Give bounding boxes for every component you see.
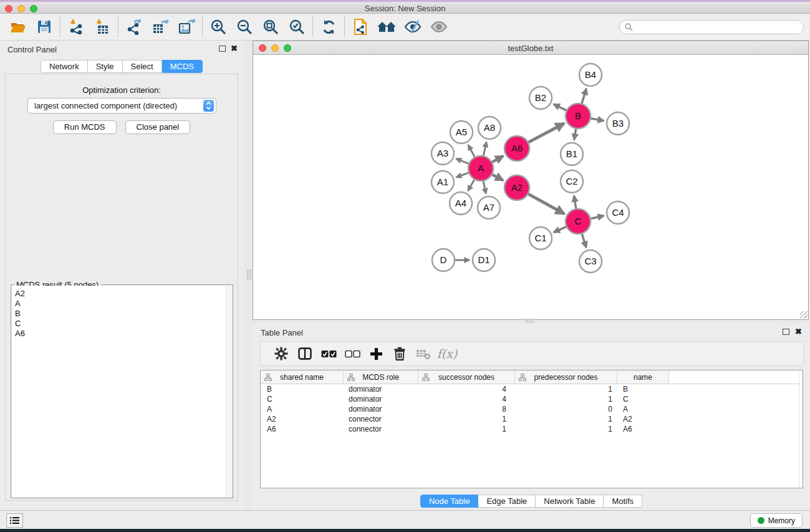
edge-B-B1[interactable] [574, 129, 576, 140]
table-cell[interactable]: A2 [261, 415, 344, 423]
edge-A-A7[interactable] [483, 181, 486, 194]
node-A5[interactable]: A5 [450, 121, 473, 143]
column-header-mcds-role[interactable]: MCDS role [344, 370, 418, 384]
tab-network-table[interactable]: Network Table [536, 495, 604, 508]
node-C3[interactable]: C3 [579, 250, 602, 273]
tab-node-table[interactable]: Node Table [420, 495, 479, 508]
mcds-result-item[interactable]: A [12, 299, 232, 309]
export-image-button[interactable] [173, 15, 200, 39]
export-network-button[interactable] [121, 15, 147, 39]
table-cell[interactable]: B [617, 385, 669, 394]
node-C1[interactable]: C1 [529, 227, 552, 249]
edge-C-C3[interactable] [582, 234, 586, 248]
table-cell[interactable]: A6 [261, 425, 344, 433]
node-A7[interactable]: A7 [478, 196, 500, 219]
table-cell[interactable]: dominator [344, 395, 418, 404]
show-graphics-details-button[interactable] [426, 15, 452, 39]
float-table-panel-icon[interactable] [783, 329, 789, 335]
import-table-button[interactable] [89, 15, 115, 39]
network-graph[interactable]: B4B2BB3A5A8A6B1A3AA1C2A2A4A7C4CC1DD1C3 [253, 55, 808, 319]
zoom-in-button[interactable] [205, 15, 231, 39]
table-cell[interactable]: connector [344, 415, 418, 423]
node-C4[interactable]: C4 [607, 201, 629, 224]
node-A1[interactable]: A1 [432, 171, 454, 193]
task-history-button[interactable] [6, 513, 23, 528]
table-cell[interactable]: 8 [418, 405, 515, 414]
new-network-view-button[interactable] [347, 15, 374, 39]
table-cell[interactable]: connector [344, 425, 418, 433]
tab-edge-table[interactable]: Edge Table [478, 495, 536, 508]
save-session-button[interactable] [31, 15, 57, 39]
table-cell[interactable]: 1 [418, 415, 515, 423]
node-A8[interactable]: A8 [478, 117, 501, 139]
column-header-predecessor-nodes[interactable]: predecessor nodes [515, 370, 617, 384]
table-cell[interactable]: C [261, 395, 344, 404]
edge-A-A8[interactable] [483, 142, 486, 155]
table-cell[interactable]: B [261, 385, 344, 394]
criterion-dropdown[interactable]: largest connected component (directed) [27, 98, 216, 114]
mcds-result-item[interactable]: A2 [12, 289, 232, 299]
edge-A-A3[interactable] [456, 158, 468, 163]
hide-graphics-details-button[interactable] [400, 15, 426, 39]
float-panel-icon[interactable] [219, 46, 226, 52]
edge-C-C2[interactable] [574, 196, 576, 209]
node-B4[interactable]: B4 [579, 64, 602, 86]
edge-A-A5[interactable] [468, 145, 475, 157]
table-row[interactable]: Adominator80A [261, 404, 803, 414]
tab-select[interactable]: Select [123, 60, 162, 73]
import-network-button[interactable] [63, 15, 89, 39]
table-cell[interactable]: 0 [515, 405, 617, 414]
table-cell[interactable]: dominator [344, 405, 418, 414]
table-cell[interactable]: dominator [344, 385, 418, 394]
edge-C-C1[interactable] [554, 227, 566, 233]
export-table-button[interactable] [147, 15, 173, 39]
mcds-result-item[interactable]: C [12, 319, 232, 329]
close-panel-icon[interactable]: ✖ [231, 44, 238, 53]
node-B[interactable]: B [566, 104, 591, 128]
node-A[interactable]: A [468, 156, 493, 181]
close-panel-button[interactable]: Close panel [125, 120, 191, 134]
node-C2[interactable]: C2 [561, 170, 583, 193]
node-A4[interactable]: A4 [450, 192, 472, 215]
open-session-button[interactable] [5, 15, 31, 39]
edge-A6-B[interactable] [529, 123, 564, 142]
table-cell[interactable]: C [617, 395, 669, 404]
table-row[interactable]: A6connector11A6 [261, 424, 803, 434]
mcds-result-item[interactable]: B [12, 309, 232, 319]
network-canvas[interactable]: B4B2BB3A5A8A6B1A3AA1C2A2A4A7C4CC1DD1C3 [253, 55, 808, 319]
memory-button[interactable]: Memory [750, 513, 803, 528]
table-cell[interactable]: 4 [418, 395, 515, 404]
resize-grip[interactable] [800, 311, 808, 319]
table-cell[interactable]: 1 [418, 425, 515, 433]
vertical-splitter-handle[interactable] [247, 269, 251, 279]
table-cell[interactable]: 1 [515, 395, 617, 404]
horizontal-splitter-handle[interactable] [526, 319, 534, 322]
zoom-selected-button[interactable] [284, 15, 310, 39]
search-input[interactable] [636, 22, 798, 31]
delete-table-button[interactable] [412, 344, 435, 364]
table-cell[interactable]: 1 [515, 425, 617, 433]
edge-A-A1[interactable] [456, 173, 469, 177]
select-all-button[interactable] [317, 344, 340, 364]
column-visibility-button[interactable] [293, 344, 317, 364]
deselect-all-button[interactable] [340, 344, 364, 364]
node-A3[interactable]: A3 [432, 142, 454, 165]
run-mcds-button[interactable]: Run MCDS [53, 120, 117, 134]
add-column-button[interactable] [364, 344, 388, 364]
function-builder-button[interactable]: f(x) [435, 344, 459, 364]
edge-B-B3[interactable] [591, 118, 604, 121]
table-row[interactable]: A2connector11A2 [261, 414, 803, 424]
node-D1[interactable]: D1 [473, 249, 495, 271]
edge-A2-C[interactable] [528, 194, 564, 214]
table-cell[interactable]: 1 [515, 385, 617, 394]
result-list-scrollbar[interactable] [226, 286, 232, 497]
refresh-button[interactable] [316, 15, 342, 39]
tab-mcds[interactable]: MCDS [162, 60, 203, 73]
node-B2[interactable]: B2 [529, 87, 552, 109]
tab-network[interactable]: Network [41, 60, 88, 73]
node-B3[interactable]: B3 [607, 112, 629, 135]
table-cell[interactable]: A [617, 405, 669, 414]
tab-motifs[interactable]: Motifs [604, 495, 642, 508]
node-A2[interactable]: A2 [504, 175, 529, 200]
tab-style[interactable]: Style [88, 60, 123, 73]
